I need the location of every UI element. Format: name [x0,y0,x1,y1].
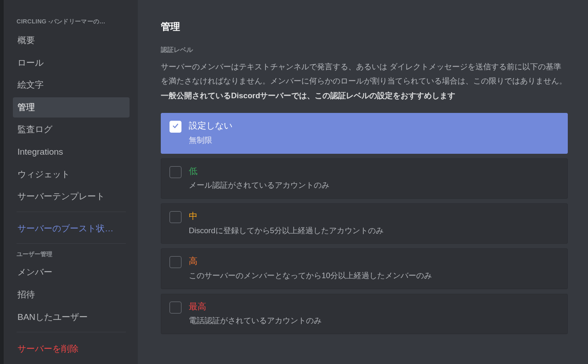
sidebar-item-bans[interactable]: BANしたユーザー [13,307,130,328]
checkbox [170,166,181,178]
sidebar-item-integrations[interactable]: Integrations [13,142,130,162]
option-body: 中 Discordに登録してから5分以上経過したアカウントのみ [189,210,559,236]
option-title: 設定しない [189,120,559,132]
option-sub: Discordに登録してから5分以上経過したアカウントのみ [189,225,559,236]
sidebar-item-roles[interactable]: ロール [13,53,130,73]
verification-section-label: 認証レベル [161,46,568,54]
sidebar-item-moderation[interactable]: 管理 [13,97,130,118]
verification-desc-text: サーバーのメンバーはテキストチャンネルで発言する、あるいは ダイレクトメッセージ… [161,62,567,85]
checkbox [170,121,181,133]
option-sub: このサーバーのメンバーとなってから10分以上経過したメンバーのみ [189,270,559,281]
sidebar-server-name: CIRCLING -バンドリーマーの… [13,17,130,30]
sidebar-divider [17,332,126,332]
sidebar-item-widget[interactable]: ウィジェット [13,164,130,185]
verification-option-list: 設定しない 無制限 低 メール認証がされているアカウントのみ [161,113,568,334]
sidebar-item-boost[interactable]: サーバーのブースト状… [13,218,130,239]
option-body: 最高 電話認証がされているアカウントのみ [189,301,559,326]
sidebar-item-overview[interactable]: 概要 [13,30,130,51]
verification-option-high[interactable]: 高 このサーバーのメンバーとなってから10分以上経過したメンバーのみ [161,248,568,289]
checkbox [170,211,181,223]
verification-option-medium[interactable]: 中 Discordに登録してから5分以上経過したアカウントのみ [161,203,568,244]
checkbox [170,302,181,314]
sidebar-subheader-user-mgmt: ユーザー管理 [13,250,130,262]
checkbox [170,256,181,268]
verification-option-none[interactable]: 設定しない 無制限 [161,113,568,153]
option-title: 中 [189,210,559,223]
option-body: 設定しない 無制限 [189,120,559,146]
sidebar-divider [17,243,126,244]
left-gutter [0,0,4,364]
option-title: 高 [189,255,559,268]
option-title: 最高 [189,301,559,313]
verification-option-highest[interactable]: 最高 電話認証がされているアカウントのみ [161,294,568,334]
option-sub: 無制限 [189,135,559,146]
option-title: 低 [189,165,559,178]
sidebar-item-audit-log[interactable]: 監査ログ [13,119,130,140]
sidebar-divider [17,212,126,212]
verification-section-desc: サーバーのメンバーはテキストチャンネルで発言する、あるいは ダイレクトメッセージ… [161,60,568,103]
check-icon [172,122,179,131]
option-body: 低 メール認証がされているアカウントのみ [189,165,559,191]
option-sub: 電話認証がされているアカウントのみ [189,315,559,326]
sidebar-item-invites[interactable]: 招待 [13,285,130,305]
sidebar-item-emoji[interactable]: 絵文字 [13,75,130,95]
sidebar-item-template[interactable]: サーバーテンプレート [13,186,130,207]
verification-option-low[interactable]: 低 メール認証がされているアカウントのみ [161,158,568,199]
option-sub: メール認証がされているアカウントのみ [189,180,559,191]
content-pane: 管理 認証レベル サーバーのメンバーはテキストチャンネルで発言する、あるいは ダ… [138,0,588,364]
verification-desc-bold: 一般公開されているDiscordサーバーでは、この認証レベルの設定をおすすめしま… [161,91,455,100]
option-body: 高 このサーバーのメンバーとなってから10分以上経過したメンバーのみ [189,255,559,281]
settings-sidebar: CIRCLING -バンドリーマーの… 概要 ロール 絵文字 管理 監査ログ I… [4,0,138,364]
sidebar-item-members[interactable]: メンバー [13,262,130,283]
page-title: 管理 [161,20,568,33]
sidebar-item-delete-server[interactable]: サーバーを削除 [13,339,130,359]
